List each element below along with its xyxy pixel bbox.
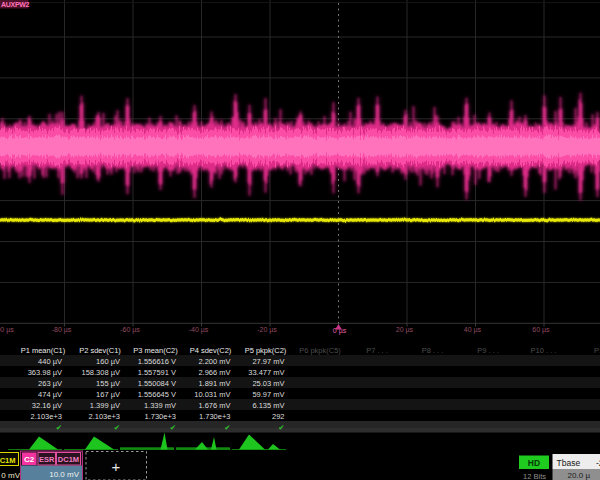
svg-text:2.966 mV: 2.966 mV — [198, 368, 230, 377]
svg-text:27.97 mV: 27.97 mV — [252, 357, 284, 366]
svg-text:33.477 mV: 33.477 mV — [248, 368, 284, 377]
svg-text:1.556616 V: 1.556616 V — [138, 357, 176, 366]
svg-text:AUXPW2: AUXPW2 — [1, 1, 30, 8]
svg-text:25.03 mV: 25.03 mV — [252, 379, 284, 388]
svg-text:-80 µs: -80 µs — [52, 326, 72, 334]
svg-text:2.103e+3: 2.103e+3 — [89, 412, 121, 421]
svg-text:✔: ✔ — [114, 423, 120, 432]
svg-text:P2 sdev(C1): P2 sdev(C1) — [79, 346, 121, 355]
svg-text:1.676 mV: 1.676 mV — [198, 401, 230, 410]
svg-text:✔: ✔ — [170, 423, 176, 432]
svg-text:59.97 mV: 59.97 mV — [252, 390, 284, 399]
svg-text:1.730e+3: 1.730e+3 — [199, 412, 231, 421]
svg-text:160 µV: 160 µV — [96, 357, 120, 366]
svg-text:12 Bits: 12 Bits — [523, 472, 546, 480]
svg-text:P7 . . .: P7 . . . — [366, 346, 388, 355]
svg-text:1.339 mV: 1.339 mV — [144, 401, 176, 410]
svg-text:✔: ✔ — [278, 423, 284, 432]
svg-text:DC1M: DC1M — [58, 455, 79, 464]
svg-text:158.308 µV: 158.308 µV — [81, 368, 120, 377]
svg-text:1.550084 V: 1.550084 V — [138, 379, 176, 388]
svg-text:440 µV: 440 µV — [38, 357, 62, 366]
svg-text:1.556645 V: 1.556645 V — [138, 390, 176, 399]
svg-text:P5 pkpk(C2): P5 pkpk(C2) — [245, 346, 287, 355]
svg-text:1.399 µV: 1.399 µV — [90, 401, 120, 410]
svg-text:P10 . . .: P10 . . . — [531, 346, 557, 355]
svg-text:ESR: ESR — [39, 455, 55, 464]
svg-text:P4 sdev(C2): P4 sdev(C2) — [190, 346, 232, 355]
svg-text:0 mV: 0 mV — [1, 471, 20, 480]
svg-text:P9 . . .: P9 . . . — [477, 346, 499, 355]
svg-text:Tbase: Tbase — [557, 458, 581, 468]
svg-text:155 µV: 155 µV — [96, 379, 120, 388]
svg-text:-40 µs: -40 µs — [189, 326, 209, 334]
svg-text:263 µV: 263 µV — [38, 379, 62, 388]
svg-text:P8 . . .: P8 . . . — [422, 346, 444, 355]
svg-text:P1 mean(C1): P1 mean(C1) — [21, 346, 66, 355]
svg-text:10.0 mV: 10.0 mV — [49, 470, 79, 479]
svg-text:✔: ✔ — [224, 423, 230, 432]
svg-text:2.200 mV: 2.200 mV — [198, 357, 230, 366]
svg-text:32.16 µV: 32.16 µV — [32, 401, 62, 410]
svg-text:474 µV: 474 µV — [38, 390, 62, 399]
svg-text:2.103e+3: 2.103e+3 — [31, 412, 63, 421]
svg-text:HD: HD — [528, 458, 540, 468]
svg-text:10.031 mV: 10.031 mV — [194, 390, 230, 399]
svg-text:1.557591 V: 1.557591 V — [138, 368, 176, 377]
svg-text:1.730e+3: 1.730e+3 — [145, 412, 177, 421]
svg-text:1.891 mV: 1.891 mV — [198, 379, 230, 388]
svg-text:20.0 µ: 20.0 µ — [568, 471, 591, 480]
svg-text:60 µs: 60 µs — [532, 326, 550, 334]
svg-text:-100 µs: -100 µs — [0, 326, 14, 334]
svg-text:292: 292 — [272, 412, 285, 421]
svg-text:-2: -2 — [596, 458, 600, 468]
svg-text:6.135 mV: 6.135 mV — [252, 401, 284, 410]
svg-text:+: + — [112, 458, 121, 475]
svg-text:363.98 µV: 363.98 µV — [28, 368, 62, 377]
svg-text:P1: P1 — [594, 346, 600, 355]
svg-text:C2: C2 — [24, 455, 35, 464]
svg-text:40 µs: 40 µs — [464, 326, 482, 334]
svg-text:P6 pkpk(C5): P6 pkpk(C5) — [299, 346, 341, 355]
svg-text:167 µV: 167 µV — [96, 390, 120, 399]
svg-text:-60 µs: -60 µs — [120, 326, 140, 334]
svg-text:✔: ✔ — [56, 423, 62, 432]
svg-text:20 µs: 20 µs — [396, 326, 414, 334]
svg-text:P3 mean(C2): P3 mean(C2) — [133, 346, 178, 355]
svg-text:DC1M: DC1M — [0, 456, 16, 465]
svg-text:-20 µs: -20 µs — [257, 326, 277, 334]
